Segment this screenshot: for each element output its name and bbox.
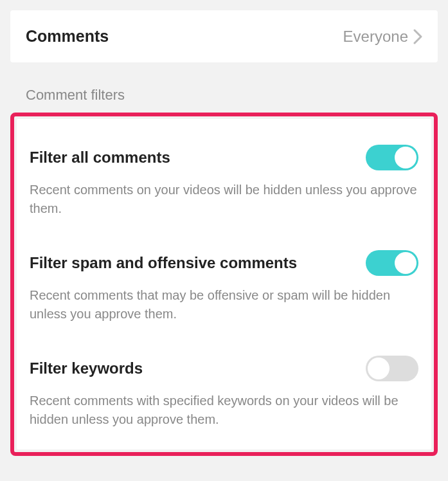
toggle-knob	[368, 358, 390, 379]
filter-desc-spam-offensive: Recent comments that may be offensive or…	[30, 286, 418, 323]
section-header-comment-filters: Comment filters	[10, 62, 438, 113]
toggle-knob	[395, 252, 417, 274]
filter-title-spam-offensive: Filter spam and offensive comments	[30, 254, 297, 273]
toggle-filter-spam-offensive[interactable]	[366, 250, 418, 276]
chevron-right-icon	[413, 29, 422, 44]
filter-item: Filter keywords Recent comments with spe…	[30, 323, 418, 429]
filter-title-keywords: Filter keywords	[30, 359, 143, 378]
filter-item: Filter spam and offensive comments Recen…	[30, 218, 418, 323]
comment-filters-card: Filter all comments Recent comments on y…	[17, 119, 431, 449]
comments-setting-value: Everyone	[343, 28, 408, 46]
filter-desc-all-comments: Recent comments on your videos will be h…	[30, 181, 418, 218]
toggle-knob	[395, 147, 417, 168]
comments-setting-title: Comments	[26, 27, 109, 46]
comments-setting-row[interactable]: Comments Everyone	[10, 10, 438, 62]
filter-desc-keywords: Recent comments with specified keywords …	[30, 392, 418, 429]
filter-item: Filter all comments Recent comments on y…	[30, 128, 418, 218]
filter-title-all-comments: Filter all comments	[30, 149, 170, 167]
comments-setting-value-wrap: Everyone	[343, 28, 422, 46]
highlight-frame: Filter all comments Recent comments on y…	[10, 113, 438, 456]
toggle-filter-keywords[interactable]	[366, 356, 418, 381]
toggle-filter-all-comments[interactable]	[366, 145, 418, 170]
